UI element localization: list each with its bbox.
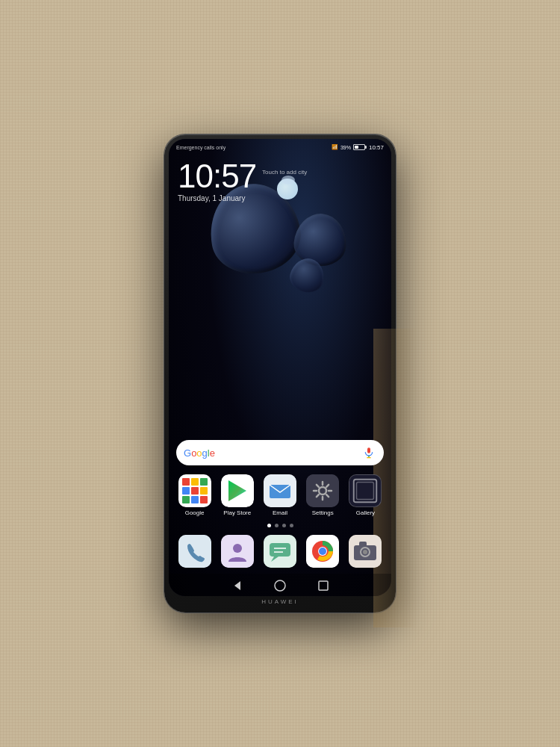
- g-blue2: g: [202, 447, 208, 459]
- status-icons-text: 📶: [332, 144, 338, 150]
- app-item-google[interactable]: Google: [175, 474, 214, 516]
- app-label-playstore: Play Store: [223, 509, 251, 516]
- status-bar: Emergency calls only 📶 39% 10:57: [169, 139, 391, 154]
- nav-back-button[interactable]: [226, 578, 247, 593]
- g-blue: G: [184, 447, 191, 459]
- svg-point-27: [363, 550, 367, 554]
- status-right: 📶 39% 10:57: [332, 144, 384, 151]
- mic-svg: [363, 447, 375, 459]
- dot-1: [267, 524, 271, 527]
- app-item-settings[interactable]: Settings: [303, 474, 343, 516]
- page-dots: [169, 519, 391, 532]
- svg-marker-29: [234, 581, 240, 590]
- nav-home-button[interactable]: [270, 578, 290, 593]
- touch-city[interactable]: Touch to add city: [262, 169, 307, 176]
- phone-icon: [178, 535, 211, 568]
- huawei-brand: HUAWEI: [261, 596, 299, 607]
- app-label-google: Google: [185, 509, 205, 516]
- clock-date: Thursday, 1 January: [178, 194, 256, 202]
- dot-4: [290, 524, 293, 527]
- svg-point-23: [319, 548, 326, 555]
- nav-bar: [169, 574, 391, 596]
- svg-rect-0: [367, 447, 370, 453]
- dot-3: [282, 524, 286, 527]
- gallery-icon: [349, 474, 382, 507]
- search-bar-container: Google: [176, 440, 384, 465]
- app-grid-row1: Google: [169, 471, 391, 519]
- google-app-icon: [178, 474, 211, 507]
- wallpaper-spacer: [169, 205, 391, 440]
- app-item-messages[interactable]: [260, 535, 299, 568]
- app-item-phone[interactable]: [175, 535, 214, 568]
- weather-icon: [277, 179, 298, 199]
- svg-rect-12: [178, 535, 211, 568]
- app-label-settings: Settings: [312, 509, 334, 516]
- clock-time: 10:57: [178, 160, 256, 193]
- battery-icon: [353, 144, 365, 150]
- clock-main: 10:57 Thursday, 1 January: [178, 160, 256, 202]
- battery-pct: 39%: [340, 145, 351, 150]
- play-store-icon: [221, 474, 254, 507]
- g-red2: e: [210, 447, 215, 459]
- battery-fill: [355, 146, 358, 149]
- app-label-gallery: Gallery: [356, 509, 375, 516]
- phone-device: Emergency calls only 📶 39% 10:57 10:57 T…: [164, 134, 396, 613]
- svg-rect-16: [270, 543, 290, 557]
- messages-icon: [264, 535, 296, 568]
- phone-screen: Emergency calls only 📶 39% 10:57 10:57 T…: [169, 139, 391, 596]
- svg-point-14: [233, 544, 242, 553]
- google-logo: Google: [184, 447, 357, 459]
- app-item-contacts[interactable]: [217, 535, 257, 568]
- svg-point-30: [275, 580, 285, 591]
- status-time: 10:57: [369, 144, 384, 151]
- camera-icon: [349, 535, 382, 568]
- app-item-gallery[interactable]: Gallery: [346, 474, 385, 516]
- contacts-icon: [221, 535, 254, 568]
- clock-right: Touch to add city: [262, 169, 307, 199]
- g-yellow: o: [196, 447, 202, 459]
- app-item-chrome[interactable]: [303, 535, 343, 568]
- emergency-text: Emergency calls only: [176, 145, 225, 150]
- nav-recents-button[interactable]: [313, 578, 334, 593]
- email-icon: [264, 474, 296, 507]
- app-item-camera[interactable]: [346, 535, 385, 568]
- svg-rect-31: [319, 581, 328, 590]
- clock-area: 10:57 Thursday, 1 January Touch to add c…: [169, 154, 391, 205]
- settings-icon: [306, 474, 339, 507]
- app-label-email: Email: [273, 509, 287, 516]
- svg-rect-7: [306, 474, 339, 507]
- search-bar[interactable]: Google: [176, 440, 384, 465]
- chrome-icon: [306, 535, 339, 568]
- app-item-playstore[interactable]: Play Store: [217, 474, 257, 516]
- mic-icon[interactable]: [361, 445, 376, 460]
- screen-content: Emergency calls only 📶 39% 10:57 10:57 T…: [169, 139, 391, 596]
- playstore-svg: [221, 474, 254, 507]
- dock-row: [169, 532, 391, 574]
- dot-2: [275, 524, 279, 527]
- app-item-email[interactable]: Email: [260, 474, 299, 516]
- svg-rect-28: [359, 542, 367, 547]
